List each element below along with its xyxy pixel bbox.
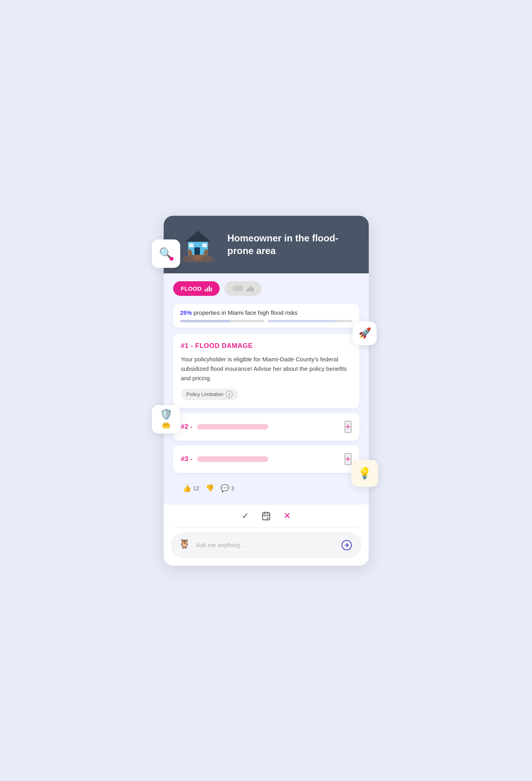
policy-limitation-label: Policy Limitation xyxy=(187,391,224,397)
send-button[interactable] xyxy=(340,538,353,552)
header-banner: Homeowner in the flood-prone area xyxy=(164,216,369,273)
svg-rect-6 xyxy=(202,243,207,247)
owl-avatar-icon: 🦉 xyxy=(179,539,192,551)
chat-placeholder-text: Ask me anything... xyxy=(196,542,335,548)
thumbs-up-action[interactable]: 👍 12 xyxy=(183,484,200,493)
scenario-card-3: #3 - + xyxy=(173,445,359,473)
tab-flood-label: FLOOD xyxy=(181,285,202,292)
risk-text-suffix: properties in Miami face high flood risk… xyxy=(192,309,298,316)
scenario-2-number: #2 - xyxy=(181,423,192,431)
svg-rect-4 xyxy=(194,247,200,255)
scenario-3-number: #3 - xyxy=(181,455,192,463)
bottom-toolbar: ✓ ✕ xyxy=(164,504,369,527)
thumbs-up-icon: 👍 xyxy=(183,484,191,493)
tab-other[interactable] xyxy=(224,281,261,296)
comment-action[interactable]: 💬 3 xyxy=(220,484,234,493)
flood-bar-icon xyxy=(205,285,212,291)
tab-other-icon xyxy=(232,286,243,291)
scenario-1-title: #1 - FLOOD DAMAGE xyxy=(181,342,351,350)
rocket-float-icon: 🚀 xyxy=(353,321,377,345)
risk-bar-1 xyxy=(180,320,265,322)
filter-tabs: FLOOD xyxy=(173,281,359,296)
scenario-card-2: #2 - + xyxy=(173,413,359,441)
bulb-float-icon: 💡 xyxy=(351,460,378,487)
policy-limitation-tag[interactable]: Policy Limitation i xyxy=(181,389,239,400)
scenario-3-expand-button[interactable]: + xyxy=(345,453,351,465)
feedback-actions: 👍 12 👎 💬 3 xyxy=(173,478,359,496)
scenario-1-description: Your policyholder is eligible for Miami-… xyxy=(181,355,351,383)
tab-flood[interactable]: FLOOD xyxy=(173,281,220,296)
risk-bar-2 xyxy=(268,320,352,322)
other-bar-icon xyxy=(246,285,254,291)
policy-info-icon[interactable]: i xyxy=(226,391,233,398)
svg-rect-5 xyxy=(189,243,194,247)
scenario-3-blurred-text xyxy=(197,456,268,462)
comment-count: 3 xyxy=(231,485,234,491)
shield-float-icon: 🛡️ 🤲 xyxy=(152,405,180,433)
thumbs-up-count: 12 xyxy=(193,485,200,491)
scenario-2-left: #2 - xyxy=(181,423,268,431)
scenario-card-1: #1 - FLOOD DAMAGE Your policyholder is e… xyxy=(173,334,359,408)
search-float-icon: 🔍 xyxy=(152,239,180,268)
header-illustration xyxy=(176,227,220,262)
thumbs-down-action[interactable]: 👎 xyxy=(205,484,214,493)
risk-info-card: 25% properties in Miami face high flood … xyxy=(173,304,359,328)
thumbs-down-icon: 👎 xyxy=(205,484,214,493)
main-card: Homeowner in the flood-prone area FLOOD xyxy=(164,216,369,566)
calendar-button[interactable] xyxy=(261,511,271,521)
header-title: Homeowner in the flood-prone area xyxy=(228,232,356,256)
chat-input-box: 🦉 Ask me anything... xyxy=(172,532,361,558)
scenario-2-expand-button[interactable]: + xyxy=(345,421,351,433)
risk-bars xyxy=(180,320,352,322)
scenario-2-blurred-text xyxy=(197,424,268,430)
risk-text: 25% properties in Miami face high flood … xyxy=(180,309,352,316)
check-button[interactable]: ✓ xyxy=(242,511,249,521)
content-area: FLOOD xyxy=(164,273,369,504)
scenario-3-left: #3 - xyxy=(181,455,268,463)
svg-marker-3 xyxy=(185,231,211,242)
close-button[interactable]: ✕ xyxy=(284,511,291,521)
chat-input-area: 🦉 Ask me anything... xyxy=(164,528,369,566)
risk-percentage: 25% xyxy=(180,309,192,316)
comment-icon: 💬 xyxy=(220,484,229,493)
